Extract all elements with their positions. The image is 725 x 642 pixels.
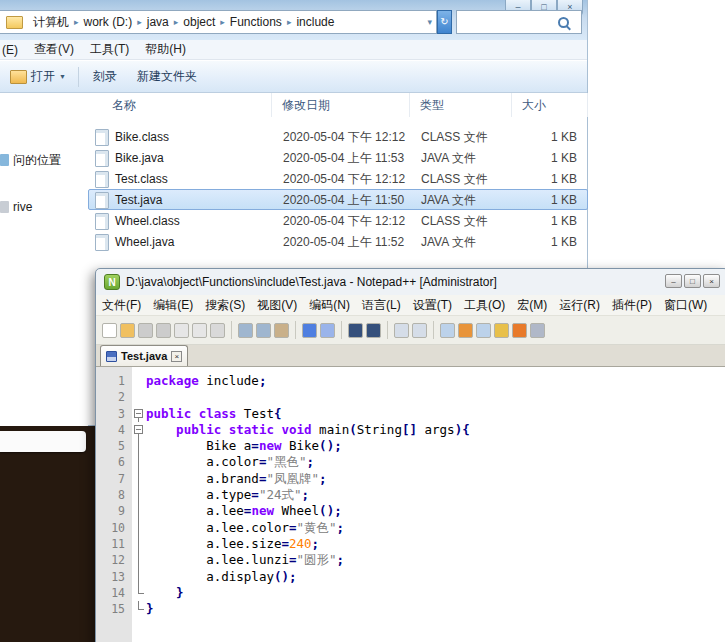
fold-margin[interactable] — [132, 536, 146, 552]
file-type: CLASS 文件 — [411, 127, 513, 148]
breadcrumb-item[interactable]: Functions — [226, 15, 286, 29]
notepad-menu-item[interactable]: 视图(V) — [251, 297, 303, 314]
line-number: 6 — [96, 454, 132, 470]
fold-line — [138, 438, 139, 454]
table-row[interactable]: Wheel.class2020-05-04 下午 12:12CLASS 文件1 … — [88, 210, 588, 231]
notepad-menu-item[interactable]: 工具(O) — [458, 297, 511, 314]
table-row[interactable]: Test.java2020-05-04 上午 11:50JAVA 文件1 KB — [88, 189, 588, 210]
column-header[interactable]: 类型 — [410, 93, 512, 117]
fold-margin[interactable] — [132, 552, 146, 568]
column-header[interactable]: 名称 — [88, 93, 272, 117]
save-all-icon[interactable] — [156, 323, 171, 338]
burn-button[interactable]: 刻录 — [83, 68, 127, 85]
notepad-menu-item[interactable]: 搜索(S) — [199, 297, 251, 314]
explorer-menu-item[interactable]: 工具(T) — [82, 40, 137, 59]
indent-guide-icon[interactable] — [476, 323, 491, 338]
fold-margin[interactable] — [132, 422, 146, 438]
fold-margin[interactable] — [132, 454, 146, 470]
file-date: 2020-05-04 下午 12:12 — [273, 169, 411, 190]
save-icon[interactable] — [138, 323, 153, 338]
fold-margin[interactable] — [132, 569, 146, 585]
fold-margin[interactable] — [132, 503, 146, 519]
explorer-menu-item[interactable]: (E) — [0, 40, 26, 59]
minimize-button[interactable]: – — [665, 274, 682, 288]
close-button[interactable]: × — [703, 274, 720, 288]
find-icon[interactable] — [348, 323, 363, 338]
monitor-icon[interactable] — [530, 323, 545, 338]
notepad-menu-item[interactable]: 编辑(E) — [147, 297, 199, 314]
fold-margin[interactable] — [132, 487, 146, 503]
refresh-button[interactable]: ↻ — [437, 10, 452, 34]
code-editor[interactable]: 1package include;23public class Test{4 p… — [96, 367, 725, 642]
print-icon[interactable] — [210, 323, 225, 338]
fold-margin[interactable] — [132, 406, 146, 422]
notepad-menu-item[interactable]: 插件(P) — [606, 297, 658, 314]
tab-close-icon[interactable]: × — [171, 351, 182, 362]
replace-icon[interactable] — [366, 323, 381, 338]
toolbar-separator — [231, 321, 232, 339]
zoom-in-icon[interactable] — [394, 323, 409, 338]
paste-icon[interactable] — [274, 323, 289, 338]
tab-test-java[interactable]: Test.java × — [100, 345, 188, 366]
fold-margin[interactable] — [132, 601, 146, 617]
doc-map-icon[interactable] — [494, 323, 509, 338]
open-button[interactable]: 打开 ▼ — [0, 68, 74, 85]
undo-icon[interactable] — [302, 323, 317, 338]
table-row[interactable]: Bike.java2020-05-04 上午 11:53JAVA 文件1 KB — [88, 147, 588, 168]
new-file-icon[interactable] — [102, 323, 117, 338]
breadcrumb-item[interactable]: include — [292, 15, 338, 29]
column-header[interactable]: 大小 — [512, 93, 588, 117]
column-header[interactable]: 修改日期 — [272, 93, 410, 117]
zoom-out-icon[interactable] — [412, 323, 427, 338]
code-line: 15} — [96, 601, 725, 617]
breadcrumb-item[interactable]: 计算机 — [29, 14, 73, 31]
close-file-icon[interactable] — [174, 323, 189, 338]
new-folder-button[interactable]: 新建文件夹 — [127, 68, 207, 85]
sidebar-item[interactable]: rive — [0, 197, 88, 217]
notepad-menu-item[interactable]: 文件(F) — [96, 297, 147, 314]
fold-margin[interactable] — [132, 471, 146, 487]
file-date: 2020-05-04 下午 12:12 — [273, 211, 411, 232]
fold-line-end — [138, 609, 144, 610]
redo-icon[interactable] — [320, 323, 335, 338]
address-bar[interactable]: 计算机▸work (D:)▸java▸object▸Functions▸incl… — [0, 10, 437, 34]
cut-icon[interactable] — [238, 323, 253, 338]
fold-collapse-icon[interactable] — [134, 409, 143, 418]
function-list-icon[interactable] — [512, 323, 527, 338]
maximize-button[interactable]: □ — [684, 274, 701, 288]
fold-margin[interactable] — [132, 520, 146, 536]
search-input[interactable] — [456, 10, 582, 34]
open-file-icon[interactable] — [120, 323, 135, 338]
table-row[interactable]: Test.class2020-05-04 下午 12:12CLASS 文件1 K… — [88, 168, 588, 189]
word-wrap-icon[interactable] — [440, 323, 455, 338]
breadcrumb-item[interactable]: java — [143, 15, 173, 29]
close-all-icon[interactable] — [192, 323, 207, 338]
notepad-menu-item[interactable]: 设置(T) — [407, 297, 458, 314]
notepad-menu-item[interactable]: 窗口(W) — [658, 297, 713, 314]
breadcrumb-item[interactable]: object — [179, 15, 219, 29]
open-button-label: 打开 — [31, 68, 55, 85]
breadcrumb-item[interactable]: work (D:) — [80, 15, 137, 29]
code-segment: 240 — [289, 536, 312, 551]
address-dropdown-icon[interactable]: ▾ — [423, 17, 436, 27]
code-segment: static — [229, 422, 274, 437]
notepad-menu-item[interactable]: 编码(N) — [303, 297, 356, 314]
notepad-menu-item[interactable]: 运行(R) — [553, 297, 606, 314]
notepad-menu-item[interactable]: 宏(M) — [511, 297, 553, 314]
notepad-menu-item[interactable]: 语言(L) — [356, 297, 407, 314]
code-line: 4 public static void main(String[] args)… — [96, 422, 725, 438]
explorer-menu-item[interactable]: 帮助(H) — [137, 40, 194, 59]
show-all-chars-icon[interactable] — [458, 323, 473, 338]
fold-collapse-icon[interactable] — [134, 425, 143, 434]
sidebar-item[interactable]: 问的位置 — [0, 150, 88, 170]
explorer-menu-item[interactable]: 查看(V) — [26, 40, 82, 59]
code-line: 8 a.type="24式"; — [96, 487, 725, 503]
code-segment — [191, 406, 199, 421]
table-row[interactable]: Wheel.java2020-05-04 上午 11:52JAVA 文件1 KB — [88, 231, 588, 252]
copy-icon[interactable] — [256, 323, 271, 338]
fold-margin[interactable] — [132, 585, 146, 601]
file-icon — [95, 150, 109, 167]
table-row[interactable]: Bike.class2020-05-04 下午 12:12CLASS 文件1 K… — [88, 126, 588, 147]
fold-margin[interactable] — [132, 438, 146, 454]
chevron-down-icon: ▼ — [59, 73, 66, 80]
